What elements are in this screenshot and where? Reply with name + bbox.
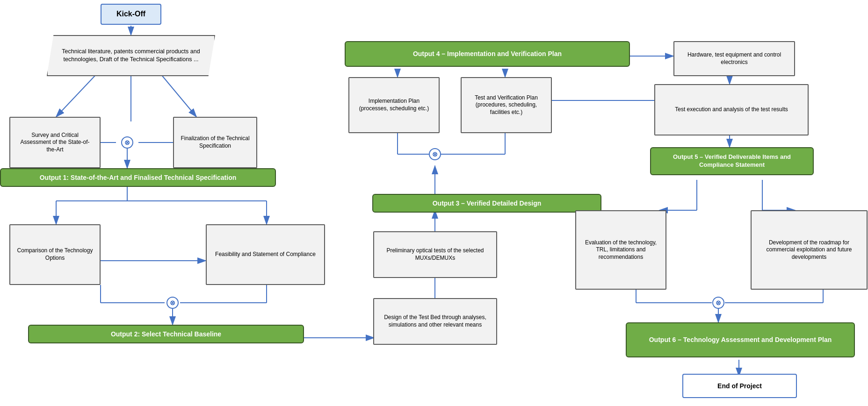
test-verif-box: Test and Verification Plan (procedures, … bbox=[461, 77, 552, 133]
xor-circle-1: ⊗ bbox=[121, 136, 133, 149]
dev-roadmap-label: Development of the roadmap for commercia… bbox=[757, 239, 861, 261]
output6-box: Output 6 – Technology Assessment and Dev… bbox=[626, 322, 855, 357]
test-verif-label: Test and Verification Plan (procedures, … bbox=[467, 94, 545, 116]
dev-roadmap-box: Development of the roadmap for commercia… bbox=[751, 210, 868, 290]
comparison-label: Comparison of the Technology Options bbox=[16, 247, 94, 262]
finalization-label: Finalization of the Technical Specificat… bbox=[180, 135, 251, 150]
eval-tech-label: Evaluation of the technology, TRL, limit… bbox=[582, 239, 660, 261]
comparison-box: Comparison of the Technology Options bbox=[9, 224, 101, 285]
output3-label: Output 3 – Verified Detailed Design bbox=[433, 199, 542, 207]
output1-label: Output 1: State-of-the-Art and Finalised… bbox=[40, 173, 237, 182]
test-exec-label: Test execution and analysis of the test … bbox=[675, 106, 788, 114]
xor-circle-4: ⊗ bbox=[712, 297, 724, 309]
xor-circle-2: ⊗ bbox=[166, 297, 179, 309]
output1-box: Output 1: State-of-the-Art and Finalised… bbox=[0, 168, 276, 187]
survey-box: Survey and Critical Assessment of the St… bbox=[9, 117, 101, 168]
end-project-label: End of Project bbox=[717, 382, 762, 390]
prelim-optical-box: Preliminary optical tests of the selecte… bbox=[373, 231, 497, 278]
impl-plan-box: Implementation Plan (processes, scheduli… bbox=[348, 77, 440, 133]
output4-box: Output 4 – Implementation and Verificati… bbox=[345, 41, 630, 67]
feasibility-label: Feasibility and Statement of Compliance bbox=[215, 251, 316, 258]
impl-plan-label: Implementation Plan (processes, scheduli… bbox=[355, 98, 433, 112]
design-testbed-box: Design of the Test Bed through analyses,… bbox=[373, 298, 497, 345]
feasibility-box: Feasibility and Statement of Compliance bbox=[206, 224, 325, 285]
xor-circle-3: ⊗ bbox=[429, 148, 441, 160]
diagram: Kick-Off Technical literature, patents c… bbox=[0, 0, 868, 406]
output4-label: Output 4 – Implementation and Verificati… bbox=[413, 50, 562, 58]
tech-lit-label: Technical literature, patents commercial… bbox=[59, 48, 203, 64]
hardware-label: Hardware, test equipment and control ele… bbox=[680, 51, 788, 66]
output2-box: Output 2: Select Technical Baseline bbox=[28, 325, 304, 343]
kickoff-box: Kick-Off bbox=[101, 4, 161, 25]
output5-box: Output 5 – Verified Deliverable Items an… bbox=[650, 147, 814, 175]
svg-line-8 bbox=[161, 75, 196, 117]
output5-label: Output 5 – Verified Deliverable Items an… bbox=[658, 153, 805, 169]
tech-lit-box: Technical literature, patents commercial… bbox=[47, 35, 215, 76]
kickoff-label: Kick-Off bbox=[116, 9, 145, 19]
finalization-box: Finalization of the Technical Specificat… bbox=[173, 117, 257, 168]
prelim-optical-label: Preliminary optical tests of the selecte… bbox=[380, 247, 491, 262]
end-project-box: End of Project bbox=[682, 374, 797, 398]
eval-tech-box: Evaluation of the technology, TRL, limit… bbox=[575, 210, 666, 290]
output2-label: Output 2: Select Technical Baseline bbox=[111, 330, 221, 338]
output3-box: Output 3 – Verified Detailed Design bbox=[372, 194, 601, 213]
svg-line-7 bbox=[56, 75, 96, 117]
test-exec-box: Test execution and analysis of the test … bbox=[654, 84, 809, 135]
design-testbed-label: Design of the Test Bed through analyses,… bbox=[380, 314, 491, 328]
output6-label: Output 6 – Technology Assessment and Dev… bbox=[649, 335, 832, 344]
hardware-box: Hardware, test equipment and control ele… bbox=[673, 41, 795, 76]
survey-label: Survey and Critical Assessment of the St… bbox=[16, 132, 94, 154]
